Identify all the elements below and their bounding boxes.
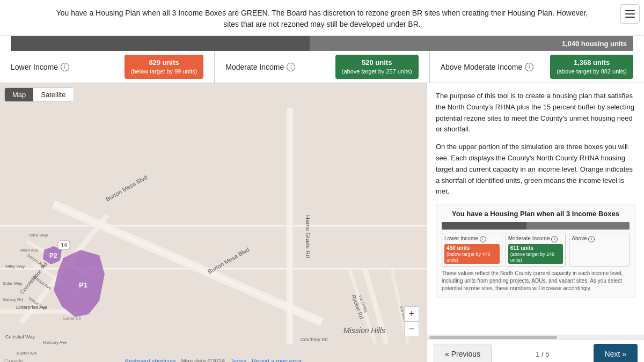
map-svg: Burton Mesa Blvd Burton Mesa Blvd Harris… bbox=[0, 83, 427, 362]
info-icon-moderate[interactable]: i bbox=[287, 63, 295, 71]
terms-link[interactable]: Terms bbox=[230, 358, 246, 362]
income-box-lower: Lower Income i 829 units (below target b… bbox=[0, 51, 215, 83]
thumbnail-income-row: Lower Income i 450 units(below target by… bbox=[442, 233, 630, 267]
thumb-info-icon-moderate[interactable]: i bbox=[551, 236, 558, 242]
menu-button[interactable] bbox=[620, 4, 640, 24]
progress-bar-filled bbox=[11, 36, 310, 51]
description-paragraph-2: On the upper portion of the simulation a… bbox=[436, 142, 635, 197]
income-boxes-row: Lower Income i 829 units (below target b… bbox=[0, 51, 644, 83]
right-panel-scroll[interactable]: The purpose of this tool is to create a … bbox=[427, 83, 644, 335]
thumbnail-progress-left bbox=[442, 222, 526, 230]
svg-text:Terra Way: Terra Way bbox=[28, 233, 48, 238]
map-footer: Keyboard shortcuts Map data ©2024 Terms … bbox=[0, 358, 427, 362]
map-tabs: Map Satellite bbox=[4, 87, 74, 102]
map-area[interactable]: Map Satellite bbox=[0, 83, 427, 362]
income-label-moderate: Moderate Income i bbox=[225, 63, 295, 71]
menu-icon-line bbox=[625, 13, 635, 14]
income-badge-lower: 829 units (below target by 99 units) bbox=[125, 55, 204, 79]
svg-text:Jupiter Ave: Jupiter Ave bbox=[16, 351, 38, 356]
svg-text:Galaxy Rd: Galaxy Rd bbox=[3, 297, 23, 302]
svg-text:P1: P1 bbox=[79, 281, 87, 289]
thumbnail-income-label-lower: Lower Income i bbox=[444, 235, 500, 242]
svg-text:Courtney Rd: Courtney Rd bbox=[301, 337, 328, 342]
svg-text:Mercury Ave: Mercury Ave bbox=[43, 340, 67, 345]
horizontal-scrollbar[interactable] bbox=[427, 335, 644, 339]
thumbnail-progress-right bbox=[526, 222, 630, 230]
description-paragraph-1: The purpose of this tool is to create a … bbox=[436, 91, 635, 135]
svg-text:Mars Ave: Mars Ave bbox=[20, 248, 39, 253]
scrollbar-thumb[interactable] bbox=[429, 336, 557, 339]
income-label-above: Above Moderate Income i bbox=[441, 63, 534, 71]
menu-icon-line bbox=[625, 10, 635, 11]
svg-text:Harris Grade Rd: Harris Grade Rd bbox=[305, 215, 311, 258]
info-icon-lower[interactable]: i bbox=[61, 63, 69, 71]
header-text-line1: You have a Housing Plan when all 3 Incom… bbox=[32, 8, 612, 19]
zoom-out-button[interactable]: − bbox=[404, 321, 419, 336]
thumbnail-badge-lower: 450 units(below target by 478 units) bbox=[444, 244, 500, 264]
svg-text:Milky Way: Milky Way bbox=[5, 264, 25, 269]
page-indicator: 1 / 5 bbox=[536, 350, 549, 358]
progress-bar: 1,040 housing units bbox=[11, 36, 633, 51]
thumbnail-panel: You have a Housing Plan when all 3 Incom… bbox=[436, 204, 635, 298]
progress-bar-label: 1,040 housing units bbox=[310, 36, 633, 51]
thumbnail-income-above: Above i bbox=[569, 233, 630, 267]
svg-text:Lunar Cir: Lunar Cir bbox=[63, 316, 81, 321]
income-label-lower: Lower Income i bbox=[11, 63, 69, 71]
svg-text:P2: P2 bbox=[49, 252, 57, 260]
next-button[interactable]: Next » bbox=[594, 344, 638, 362]
income-badge-above: 1,368 units (above target by 882 units) bbox=[550, 55, 633, 79]
income-box-moderate: Moderate Income i 520 units (above targe… bbox=[215, 51, 429, 83]
header-text-line2: sites that are not rezoned may still be … bbox=[32, 19, 612, 30]
svg-text:Mission Hills: Mission Hills bbox=[343, 326, 385, 335]
svg-text:Solar Way: Solar Way bbox=[3, 281, 23, 286]
thumbnail-income-label-above: Above i bbox=[572, 235, 627, 242]
svg-text:14: 14 bbox=[61, 242, 67, 248]
report-map-error-link[interactable]: Report a map error bbox=[252, 358, 302, 362]
thumbnail-income-lower: Lower Income i 450 units(below target by… bbox=[442, 233, 502, 267]
right-panel: The purpose of this tool is to create a … bbox=[427, 83, 644, 362]
menu-icon-line bbox=[625, 17, 635, 18]
zoom-in-button[interactable]: + bbox=[404, 306, 419, 321]
tab-satellite[interactable]: Satellite bbox=[33, 88, 73, 101]
thumb-info-icon-lower[interactable]: i bbox=[480, 236, 486, 242]
income-badge-moderate: 520 units (above target by 257 units) bbox=[335, 55, 419, 79]
main-content: Map Satellite bbox=[0, 83, 644, 362]
keyboard-shortcuts-link[interactable]: Keyboard shortcuts bbox=[125, 358, 176, 362]
svg-text:Celestial Way: Celestial Way bbox=[5, 334, 35, 339]
thumbnail-title: You have a Housing Plan when all 3 Incom… bbox=[442, 210, 630, 218]
previous-button[interactable]: « Previous bbox=[434, 344, 492, 362]
thumbnail-progress-bar bbox=[442, 222, 630, 230]
income-box-above: Above Moderate Income i 1,368 units (abo… bbox=[430, 51, 644, 83]
map-data-label: Map data ©2024 bbox=[181, 358, 225, 362]
thumbnail-income-label-moderate: Moderate Income i bbox=[508, 235, 564, 242]
bottom-navigation: « Previous 1 / 5 Next » bbox=[427, 339, 644, 362]
zoom-controls: + − bbox=[404, 306, 419, 336]
thumbnail-income-moderate: Moderate Income i 611 units(above target… bbox=[506, 233, 566, 267]
thumbnail-note: These values reflect the North County cu… bbox=[442, 270, 630, 292]
header-section: You have a Housing Plan when all 3 Incom… bbox=[0, 0, 644, 36]
tab-map[interactable]: Map bbox=[5, 88, 33, 101]
thumbnail-badge-moderate: 611 units(above target by 248 units) bbox=[508, 244, 564, 264]
info-icon-above[interactable]: i bbox=[525, 63, 533, 71]
thumb-info-icon-above[interactable]: i bbox=[588, 236, 595, 242]
